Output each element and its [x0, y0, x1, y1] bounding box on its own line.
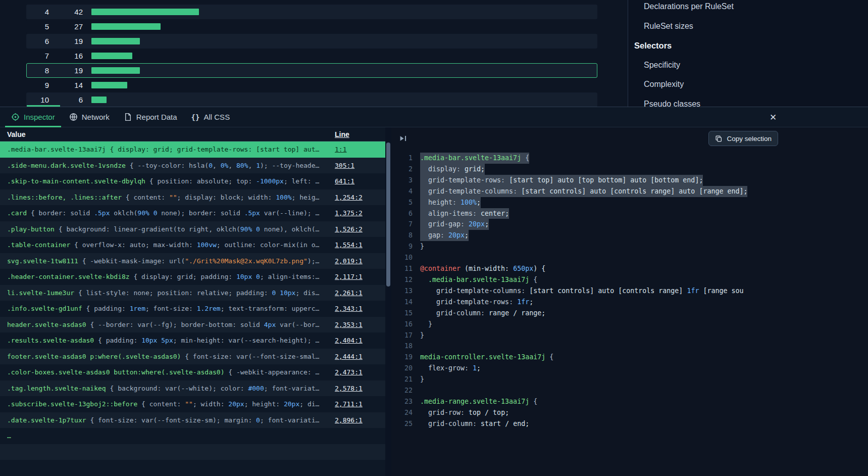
line-link[interactable]: 1:1 [335, 146, 346, 153]
table-row[interactable]: .color-boxes.svelte-asdas0 button:where(… [0, 364, 385, 380]
css-rules-table: Value Line .media-bar.svelte-13aai7j { d… [0, 127, 385, 476]
copy-selection-button[interactable]: Copy selection [708, 131, 778, 146]
code-toolbar: Copy selection [391, 127, 868, 150]
side-menu-item-selectors[interactable]: Selectors [628, 36, 868, 56]
table-row[interactable]: svg.svelte-1tw8111 { -webkit-mask-image:… [0, 253, 385, 269]
table-row[interactable]: .side-menu.dark.svelte-1vsndze { --toy-c… [0, 158, 385, 174]
table-row[interactable]: .subscribe.svelte-13gboj2::before { cont… [0, 396, 385, 412]
inspector-panel: InspectorNetworkReport Data{}All CSS ✕ V… [0, 107, 868, 476]
table-row[interactable]: .table-container { overflow-x: auto; max… [0, 237, 385, 253]
chart-bar [91, 67, 140, 74]
side-menu-item-pseudo-classes[interactable]: Pseudo classes [628, 94, 868, 107]
code-text: grid-template-columns: [start controls] … [420, 285, 743, 297]
rule-value: .media-bar.svelte-13aai7j { display: gri… [0, 146, 335, 153]
table-row[interactable]: .date.svelte-1p7tuxr { font-size: var(--… [0, 412, 385, 429]
code-area[interactable]: 1.media-bar.svelte-13aai7j {2 display: g… [391, 150, 868, 430]
tab-all-css[interactable]: {}All CSS [184, 107, 237, 127]
rule-value: .date.svelte-1p7tuxr { font-size: var(--… [0, 416, 335, 424]
chart-row[interactable]: 914 [26, 78, 597, 92]
chart-row[interactable]: 442 [26, 5, 597, 19]
code-line: 11@container (min-width: 650px) { [391, 263, 868, 274]
code-line: 5 height: 100%; [391, 197, 868, 208]
line-link[interactable]: 2,473:1 [335, 368, 363, 376]
table-row[interactable]: .header-container.svelte-kbdi8z { displa… [0, 269, 385, 285]
column-header-value: Value [0, 130, 335, 138]
chart-row[interactable]: 106 [26, 92, 597, 107]
line-number: 7 [391, 219, 420, 230]
chart-row-label: 4 [27, 8, 49, 16]
close-button[interactable]: ✕ [764, 107, 782, 127]
side-menu: Declarations per RuleSetRuleSet sizesSel… [628, 0, 868, 107]
chart-row-value: 6 [49, 96, 83, 104]
table-row[interactable]: .play-button { background: linear-gradie… [0, 221, 385, 237]
code-line: 12 .media-bar.svelte-13aai7j { [391, 274, 868, 285]
code-line: 20 flex-grow: 1; [391, 363, 868, 374]
chart-row-label: 10 [27, 96, 49, 104]
chart-row[interactable]: 716 [26, 49, 597, 63]
chart-bar [91, 82, 127, 88]
code-text: } [420, 241, 424, 252]
line-link[interactable]: 2,711:1 [335, 400, 363, 408]
table-row[interactable]: li.svelte-1ume3ur { list-style: none; po… [0, 285, 385, 301]
tab-report-data[interactable]: Report Data [117, 107, 184, 127]
table-row[interactable]: header.svelte-asdas0 { --border: var(--f… [0, 317, 385, 333]
panel-toggle-button[interactable] [397, 132, 410, 145]
line-link[interactable]: 2,353:1 [335, 321, 363, 328]
chart-row[interactable]: 619 [26, 34, 597, 49]
chart-row[interactable]: 527 [26, 19, 597, 34]
line-link[interactable]: 1,554:1 [335, 241, 363, 249]
line-number: 22 [391, 385, 420, 396]
side-menu-item-declarations-per-ruleset[interactable]: Declarations per RuleSet [628, 0, 868, 17]
tab-network[interactable]: Network [62, 107, 117, 127]
code-line: 22 [391, 385, 868, 396]
line-link[interactable]: 2,261:1 [335, 289, 363, 297]
line-link[interactable]: 1,375:2 [335, 209, 363, 217]
line-number: 19 [391, 352, 420, 363]
chart-row-value: 16 [49, 52, 83, 60]
scrollbar-thumb[interactable] [386, 142, 390, 287]
chart-row-value: 42 [49, 8, 83, 16]
code-line: 19media-controller.svelte-13aai7j { [391, 352, 868, 363]
code-text: .media-range.svelte-13aai7j { [420, 396, 537, 407]
line-link[interactable]: 2,404:1 [335, 337, 363, 344]
line-link[interactable]: 2,578:1 [335, 385, 363, 392]
chart-row-value: 27 [49, 22, 83, 31]
line-link[interactable]: 2,343:1 [335, 305, 363, 312]
code-line: 15 grid-column: range / range; [391, 308, 868, 319]
code-line: 24 grid-row: top / top; [391, 407, 868, 418]
code-text: grid-column: start / end; [420, 418, 529, 430]
rule-value: footer.svelte-asdas0 p:where(.svelte-asd… [0, 353, 335, 360]
table-row[interactable]: .media-bar.svelte-13aai7j { display: gri… [0, 141, 385, 158]
tab-label: Network [82, 113, 110, 121]
table-row[interactable]: .tag.length.svelte-naikeq { background: … [0, 380, 385, 397]
line-link[interactable]: 2,117:1 [335, 273, 363, 280]
side-menu-item-specificity[interactable]: Specificity [628, 56, 868, 75]
code-line: 4 grid-template-columns: [start controls… [391, 186, 868, 197]
side-menu-item-ruleset-sizes[interactable]: RuleSet sizes [628, 17, 868, 36]
line-number: 4 [391, 186, 420, 197]
table-row[interactable]: .info.svelte-gd1unf { padding: 1rem; fon… [0, 301, 385, 317]
line-link[interactable]: 641:1 [335, 177, 354, 185]
column-header-line[interactable]: Line [335, 130, 385, 138]
side-menu-list: Declarations per RuleSetRuleSet sizesSel… [628, 0, 868, 107]
table-scrollbar[interactable] [385, 127, 391, 476]
copy-selection-label: Copy selection [727, 135, 772, 142]
code-text: } [420, 374, 424, 385]
line-link[interactable]: 1,254:2 [335, 194, 363, 201]
side-menu-item-complexity[interactable]: Complexity [628, 75, 868, 94]
code-line: 17} [391, 330, 868, 341]
tab-inspector[interactable]: Inspector [4, 107, 62, 127]
line-link[interactable]: 2,444:1 [335, 353, 363, 360]
table-row[interactable]: .card { border: solid .5px oklch(90% 0 n… [0, 205, 385, 221]
line-link[interactable]: 2,896:1 [335, 416, 363, 424]
table-row[interactable]: .skip-to-main-content.svelte-dbylqh { po… [0, 173, 385, 189]
line-link[interactable]: 1,526:2 [335, 225, 363, 233]
table-row[interactable]: .lines::before, .lines::after { content:… [0, 189, 385, 206]
chart-row[interactable]: 819 [26, 63, 597, 78]
line-link[interactable]: 305:1 [335, 162, 354, 169]
line-number: 21 [391, 374, 420, 385]
table-row[interactable]: .results.svelte-asdas0 { padding: 10px 5… [0, 332, 385, 349]
chart-bar [91, 53, 132, 59]
line-link[interactable]: 2,019:1 [335, 257, 363, 265]
table-row[interactable]: footer.svelte-asdas0 p:where(.svelte-asd… [0, 349, 385, 365]
